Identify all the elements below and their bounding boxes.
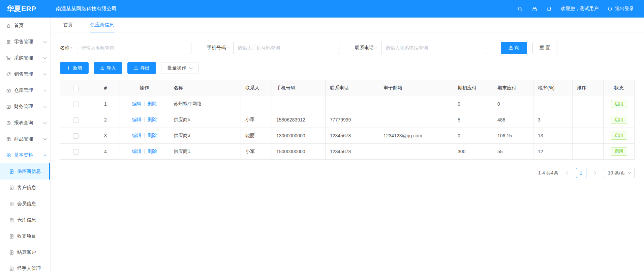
index-cell: 1 — [91, 96, 120, 112]
sidebar-item-basic-data[interactable]: 基本资料 — [0, 147, 50, 163]
delete-link[interactable]: 删除 — [147, 101, 157, 106]
page-size-value: 10 条/页 — [608, 170, 625, 176]
main-content: 首页 供应商信息 名称： 手机号码： 联系电话： 查 询 重 置 — [51, 18, 644, 272]
topbar-actions: 欢迎您，测试用户 退出登录 — [517, 6, 644, 12]
delete-link[interactable]: 删除 — [147, 148, 157, 154]
search-button[interactable]: 查 询 — [501, 42, 527, 54]
mobile-filter-input[interactable] — [233, 42, 339, 54]
row-checkbox[interactable] — [73, 133, 79, 139]
telephone-cell: 12345678 — [326, 144, 379, 160]
bell-icon[interactable] — [546, 6, 552, 12]
edit-link[interactable]: 编辑 — [132, 148, 142, 154]
sidebar-item-label: 会员信息 — [17, 201, 46, 207]
sidebar-item-handler-management[interactable]: 经手人管理 — [0, 261, 50, 272]
status-cell: 启用 — [604, 128, 635, 144]
sidebar-item-label: 销售管理 — [14, 71, 44, 77]
telephone-filter-input[interactable] — [381, 42, 487, 54]
sidebar-item-home[interactable]: 首页 — [0, 18, 50, 34]
end-payable-cell: 106.15 — [493, 128, 533, 144]
sort-cell — [573, 144, 604, 160]
sidebar-item-customer-info[interactable]: 客户信息 — [0, 180, 50, 196]
edit-link[interactable]: 编辑 — [132, 101, 142, 106]
sidebar-item-label: 经手人管理 — [17, 266, 46, 272]
file-icon — [9, 169, 14, 174]
delete-link[interactable]: 删除 — [147, 117, 157, 122]
name-cell: 供应商1 — [169, 144, 241, 160]
column-header-status: 状态 — [604, 80, 635, 96]
company-name: 南通某某网络科技有限公司 — [56, 6, 117, 12]
edit-link[interactable]: 编辑 — [132, 133, 142, 138]
pagination: 1-4 共4条 1 10 条/页 — [60, 168, 635, 178]
sidebar-item-label: 首页 — [14, 23, 46, 29]
row-checkbox[interactable] — [73, 117, 79, 123]
chevron-right-icon — [593, 171, 596, 175]
sidebar-item-goods[interactable]: 商品管理 — [0, 131, 50, 147]
sidebar-item-retail[interactable]: 零售管理 — [0, 34, 50, 50]
telephone-cell: 77779999 — [326, 112, 379, 128]
lock-icon[interactable] — [532, 6, 538, 12]
sidebar-item-sales[interactable]: 销售管理 — [0, 66, 50, 82]
contact-cell: 晓丽 — [241, 128, 272, 144]
tab-supplier-info[interactable]: 供应商信息 — [90, 18, 114, 32]
sidebar-item-warehouse-info[interactable]: 仓库信息 — [0, 212, 50, 228]
sidebar-item-finance[interactable]: 财务管理 — [0, 99, 50, 115]
row-checkbox[interactable] — [73, 102, 79, 107]
index-cell: 2 — [91, 112, 120, 128]
delete-link[interactable]: 删除 — [147, 133, 157, 138]
sidebar-item-label: 采购管理 — [14, 55, 44, 61]
tab-home[interactable]: 首页 — [63, 18, 73, 32]
sort-cell — [573, 112, 604, 128]
table-toolbar: 新增 导入 导出 批量操作 — [60, 62, 635, 74]
sidebar-item-purchase[interactable]: 采购管理 — [0, 50, 50, 66]
sidebar-item-settlement-account[interactable]: 结算账户 — [0, 244, 50, 261]
column-header-name: 名称 — [169, 80, 241, 96]
search-icon[interactable] — [517, 6, 523, 12]
edit-link[interactable]: 编辑 — [132, 117, 142, 122]
sidebar-item-warehouse[interactable]: 仓库管理 — [0, 82, 50, 99]
page-number-button[interactable]: 1 — [576, 168, 586, 178]
export-button-label: 导出 — [140, 65, 150, 71]
add-button[interactable]: 新增 — [60, 62, 89, 74]
begin-payable-cell: 5 — [453, 112, 493, 128]
import-button[interactable]: 导入 — [94, 62, 122, 74]
name-cell: 苏州蜗牛网络 — [169, 96, 241, 112]
actions-cell: 编辑|删除 — [120, 128, 169, 144]
tax-rate-cell: 13 — [533, 128, 573, 144]
action-divider: | — [144, 133, 145, 138]
mobile-cell: 15000000000 — [272, 144, 326, 160]
sidebar-item-label: 结算账户 — [17, 249, 46, 255]
sidebar-item-income-expense[interactable]: 收支项目 — [0, 228, 50, 244]
table-row: 2 编辑|删除 供应商5 小季 15806283912 77779999 5 4… — [60, 112, 635, 128]
email-cell — [379, 96, 453, 112]
contact-cell: 小军 — [241, 144, 272, 160]
logout-button[interactable]: 退出登录 — [607, 6, 634, 12]
prev-page-button[interactable] — [562, 168, 572, 178]
export-button[interactable]: 导出 — [127, 62, 156, 74]
name-filter-input[interactable] — [77, 42, 191, 54]
chevron-down-icon — [190, 67, 192, 69]
select-all-checkbox[interactable] — [73, 86, 79, 91]
action-divider: | — [144, 117, 145, 122]
chevron-down-icon — [44, 58, 46, 59]
file-icon — [9, 201, 14, 207]
column-header-end-payable: 期末应付 — [493, 80, 533, 96]
end-payable-cell: 486 — [493, 112, 533, 128]
sidebar-item-reports[interactable]: 报表查询 — [0, 115, 50, 131]
status-badge: 启用 — [611, 132, 627, 140]
actions-cell: 编辑|删除 — [120, 96, 169, 112]
column-header-telephone: 联系电话 — [326, 80, 379, 96]
index-cell: 3 — [91, 128, 120, 144]
welcome-text: 欢迎您，测试用户 — [561, 6, 599, 12]
next-page-button[interactable] — [590, 168, 600, 178]
page-size-select[interactable]: 10 条/页 — [604, 168, 635, 178]
telephone-cell: 12345678 — [326, 128, 379, 144]
table-row: 1 编辑|删除 苏州蜗牛网络 0 0 启用 — [60, 96, 635, 112]
sidebar-item-member-info[interactable]: 会员信息 — [0, 196, 50, 212]
logout-label: 退出登录 — [615, 6, 634, 12]
reset-button[interactable]: 重 置 — [532, 42, 557, 54]
sidebar-item-supplier-info[interactable]: 供应商信息 — [0, 163, 50, 180]
app-logo: 华夏ERP — [0, 4, 51, 13]
sidebar-item-label: 报表查询 — [14, 120, 44, 126]
batch-operations-button[interactable]: 批量操作 — [161, 62, 198, 74]
row-checkbox[interactable] — [73, 149, 79, 155]
